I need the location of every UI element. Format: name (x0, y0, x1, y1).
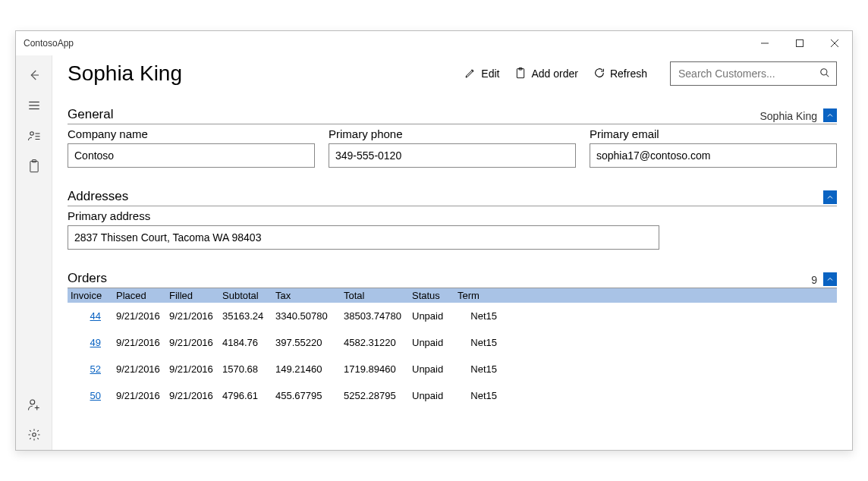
phone-input[interactable] (329, 143, 576, 168)
orders-section: Orders 9 Invoice Placed Filled Su (68, 271, 837, 409)
cell-tax: 455.67795 (272, 382, 341, 409)
pencil-icon (464, 67, 476, 81)
customers-nav-icon[interactable] (16, 121, 52, 151)
col-tax[interactable]: Tax (272, 288, 341, 303)
cell-tax: 3340.50780 (272, 303, 341, 329)
svg-point-17 (32, 433, 36, 437)
general-title: General (68, 107, 760, 122)
invoice-link[interactable]: 50 (90, 390, 101, 401)
search-icon (819, 68, 830, 80)
svg-rect-12 (30, 162, 37, 172)
cell-subtotal: 1570.68 (219, 356, 272, 382)
cell-filled: 9/21/2016 (166, 303, 219, 329)
phone-label: Primary phone (329, 127, 576, 140)
back-button[interactable] (16, 60, 52, 90)
maximize-button[interactable] (782, 31, 817, 55)
svg-line-21 (826, 74, 829, 77)
svg-rect-18 (517, 68, 524, 77)
cell-placed: 9/21/2016 (113, 329, 166, 356)
company-input[interactable] (68, 143, 315, 168)
cell-filled: 9/21/2016 (166, 382, 219, 409)
cell-placed: 9/21/2016 (113, 356, 166, 382)
orders-count: 9 (811, 274, 817, 286)
addresses-section: Addresses Primary address (68, 189, 837, 250)
refresh-icon (593, 67, 605, 81)
orders-nav-icon[interactable] (16, 151, 52, 181)
add-order-button[interactable]: Add order (507, 64, 585, 84)
orders-collapse-toggle[interactable] (823, 272, 837, 286)
table-row[interactable]: 499/21/20169/21/20164184.76397.552204582… (68, 329, 837, 356)
cell-filled: 9/21/2016 (166, 356, 219, 382)
cell-status: Unpaid (409, 303, 454, 329)
window-title: ContosoApp (24, 38, 74, 49)
email-input[interactable] (590, 143, 837, 168)
svg-point-8 (30, 132, 33, 136)
orders-table: Invoice Placed Filled Subtotal Tax Total… (68, 288, 837, 409)
table-row[interactable]: 449/21/20169/21/201635163.243340.5078038… (68, 303, 837, 329)
app-window: ContosoApp (15, 30, 853, 451)
general-section: General Sophia King Company name Primary… (68, 107, 837, 168)
cell-status: Unpaid (409, 329, 454, 356)
col-total[interactable]: Total (341, 288, 409, 303)
primary-address-input[interactable] (68, 225, 659, 250)
orders-header-row: Invoice Placed Filled Subtotal Tax Total… (68, 288, 837, 303)
table-row[interactable]: 509/21/20169/21/20164796.61455.677955252… (68, 382, 837, 409)
col-term[interactable]: Term (454, 288, 500, 303)
invoice-link[interactable]: 49 (90, 337, 101, 348)
clipboard-icon (514, 67, 527, 81)
primary-address-label: Primary address (68, 209, 659, 222)
add-order-label: Add order (531, 68, 577, 80)
add-user-nav-icon[interactable] (16, 389, 52, 420)
col-filled[interactable]: Filled (166, 288, 219, 303)
svg-point-14 (30, 400, 34, 404)
settings-nav-icon[interactable] (16, 420, 52, 450)
cell-term: Net15 (454, 356, 500, 382)
cell-subtotal: 35163.24 (219, 303, 272, 329)
sidebar (16, 55, 52, 450)
cell-total: 4582.31220 (341, 329, 409, 356)
addresses-title: Addresses (68, 189, 823, 204)
refresh-button[interactable]: Refresh (586, 64, 655, 84)
cell-total: 1719.89460 (341, 356, 409, 382)
general-right-label: Sophia King (760, 110, 817, 122)
col-invoice[interactable]: Invoice (68, 288, 113, 303)
cell-term: Net15 (454, 303, 500, 329)
cell-subtotal: 4796.61 (219, 382, 272, 409)
hamburger-menu-icon[interactable] (16, 90, 52, 121)
page-header: Sophia King Edit Add order Refresh (68, 55, 837, 86)
edit-label: Edit (481, 68, 499, 80)
cell-term: Net15 (454, 382, 500, 409)
orders-title: Orders (68, 271, 811, 286)
invoice-link[interactable]: 44 (90, 310, 101, 322)
col-subtotal[interactable]: Subtotal (219, 288, 272, 303)
col-status[interactable]: Status (409, 288, 454, 303)
table-row[interactable]: 529/21/20169/21/20161570.68149.214601719… (68, 356, 837, 382)
company-label: Company name (68, 127, 315, 140)
cell-term: Net15 (454, 329, 500, 356)
search-box[interactable] (670, 61, 837, 86)
refresh-label: Refresh (610, 68, 647, 80)
cell-tax: 397.55220 (272, 329, 341, 356)
invoice-link[interactable]: 52 (90, 363, 101, 375)
main-content: Sophia King Edit Add order Refresh (52, 55, 852, 450)
cell-status: Unpaid (409, 356, 454, 382)
addresses-collapse-toggle[interactable] (823, 190, 837, 204)
cell-placed: 9/21/2016 (113, 303, 166, 329)
col-placed[interactable]: Placed (113, 288, 166, 303)
minimize-button[interactable] (747, 31, 782, 55)
page-title: Sophia King (68, 61, 457, 86)
cell-status: Unpaid (409, 382, 454, 409)
search-input[interactable] (677, 67, 819, 80)
svg-rect-1 (797, 40, 804, 47)
svg-point-20 (821, 68, 827, 74)
titlebar: ContosoApp (16, 31, 852, 55)
edit-button[interactable]: Edit (457, 64, 507, 84)
cell-subtotal: 4184.76 (219, 329, 272, 356)
cell-total: 5252.28795 (341, 382, 409, 409)
cell-filled: 9/21/2016 (166, 329, 219, 356)
cell-tax: 149.21460 (272, 356, 341, 382)
general-collapse-toggle[interactable] (823, 108, 837, 122)
close-button[interactable] (817, 31, 852, 55)
cell-placed: 9/21/2016 (113, 382, 166, 409)
email-label: Primary email (590, 127, 837, 140)
